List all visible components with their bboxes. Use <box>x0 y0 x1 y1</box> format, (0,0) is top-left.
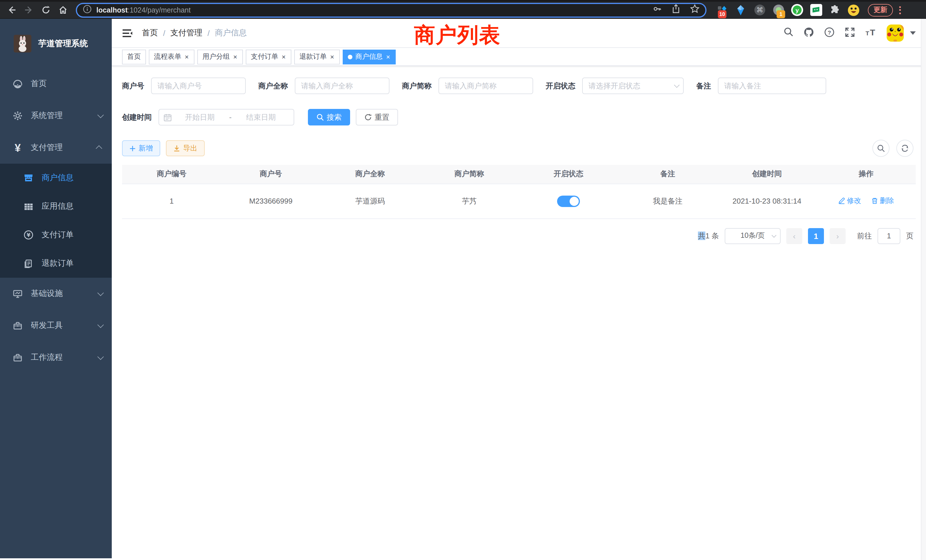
user-dropdown-caret-icon[interactable] <box>910 31 916 35</box>
extension-chat-icon[interactable] <box>809 4 822 16</box>
cell-create-time: 2021-10-23 08:31:14 <box>717 184 817 218</box>
tab-merchant-info[interactable]: 商户信息× <box>343 49 396 64</box>
reload-icon[interactable] <box>41 5 51 15</box>
create-time-range-picker[interactable]: 开始日期 - 结束日期 <box>159 109 294 126</box>
site-info-icon[interactable] <box>83 4 92 16</box>
tab-pay-order[interactable]: 支付订单× <box>246 49 291 64</box>
password-key-icon[interactable] <box>652 4 662 16</box>
user-avatar[interactable] <box>887 24 904 42</box>
close-icon[interactable]: × <box>281 53 286 61</box>
sidebar-item-merchant-info[interactable]: 商户信息 <box>0 163 112 192</box>
extension-collection-icon[interactable]: 10 <box>716 4 728 16</box>
font-size-icon[interactable]: TT <box>865 27 877 39</box>
bookmark-star-icon[interactable] <box>690 4 700 16</box>
col-short-name: 商户简称 <box>420 165 519 184</box>
close-icon[interactable]: × <box>184 53 189 61</box>
breadcrumb-home[interactable]: 首页 <box>142 28 158 38</box>
status-toggle[interactable] <box>557 195 580 207</box>
next-page-button[interactable]: › <box>830 228 846 244</box>
sidebar-item-home[interactable]: 首页 <box>0 68 112 100</box>
sidebar-item-app-info[interactable]: 应用信息 <box>0 192 112 221</box>
back-icon[interactable] <box>7 5 17 15</box>
tab-user-group[interactable]: 用户分组× <box>197 49 243 64</box>
toolbox-icon <box>12 353 23 363</box>
sidebar-item-label: 系统管理 <box>31 110 63 121</box>
goto-page-input[interactable] <box>878 228 900 244</box>
page-scrollbar[interactable] <box>921 19 926 560</box>
sidebar-item-pay-order[interactable]: ¥ 支付订单 <box>0 221 112 249</box>
sidebar-item-infra[interactable]: 基础设施 <box>0 278 112 310</box>
breadcrumb-payment[interactable]: 支付管理 <box>171 28 203 38</box>
svg-text:¥: ¥ <box>27 232 30 238</box>
toggle-search-button[interactable] <box>872 140 890 157</box>
fullscreen-icon[interactable] <box>844 27 855 39</box>
extension-recorder-icon[interactable]: 1 <box>772 4 785 16</box>
breadcrumb: 首页 / 支付管理 / 商户信息 <box>142 28 247 38</box>
page-size-select[interactable]: 10条/页 <box>725 228 781 244</box>
cell-merchant-id: 1 <box>122 184 221 218</box>
extensions-puzzle-icon[interactable] <box>829 4 841 16</box>
sidebar-item-label: 退款订单 <box>42 258 74 269</box>
extension-command-icon[interactable]: ⌘ <box>753 4 766 16</box>
cell-full-name: 芋道源码 <box>321 184 420 218</box>
extension-gem-icon[interactable] <box>734 4 747 16</box>
sidebar-item-dev-tools[interactable]: 研发工具 <box>0 310 112 342</box>
status-select[interactable]: 请选择开启状态 <box>582 77 684 94</box>
browser-menu-icon[interactable] <box>898 5 902 15</box>
sidebar-item-label: 支付管理 <box>31 142 63 153</box>
sidebar-item-refund-order[interactable]: 退款订单 <box>0 249 112 278</box>
sidebar-item-payment[interactable]: ¥ 支付管理 <box>0 132 112 163</box>
chevron-down-icon <box>97 354 104 360</box>
monitor-chart-icon <box>12 289 23 299</box>
chevron-up-icon <box>96 145 102 152</box>
tab-refund-order[interactable]: 退款订单× <box>294 49 340 64</box>
sidebar-collapse-icon[interactable] <box>122 28 133 38</box>
browser-update-button[interactable]: 更新 <box>868 4 893 16</box>
header-search-icon[interactable] <box>784 27 794 39</box>
help-icon[interactable]: ? <box>824 27 835 39</box>
svg-text:T: T <box>865 30 869 36</box>
add-button[interactable]: 新增 <box>122 140 160 156</box>
url-bar[interactable]: localhost:1024/pay/merchant <box>76 3 707 17</box>
reset-button[interactable]: 重置 <box>356 109 398 126</box>
sidebar: 芋道管理系统 首页 系统管理 ¥ 支付管理 商户信息 <box>0 19 112 558</box>
sidebar-item-system[interactable]: 系统管理 <box>0 100 112 132</box>
screen: localhost:1024/pay/merchant 10 ⌘ 1 y 更 <box>0 0 926 560</box>
url-text[interactable]: localhost:1024/pay/merchant <box>96 6 648 14</box>
page-number-1[interactable]: 1 <box>808 228 824 244</box>
sidebar-item-workflow[interactable]: 工作流程 <box>0 342 112 374</box>
merchant-no-input[interactable] <box>151 77 246 94</box>
chevron-down-icon <box>772 233 776 238</box>
forward-icon[interactable] <box>24 5 34 15</box>
remark-input[interactable] <box>718 77 826 94</box>
edit-link[interactable]: 修改 <box>838 196 861 206</box>
tab-home[interactable]: 首页 <box>122 49 146 64</box>
close-icon[interactable]: × <box>386 53 390 61</box>
end-date-placeholder: 结束日期 <box>233 112 289 122</box>
chevron-down-icon <box>97 112 104 118</box>
sidebar-logo[interactable]: 芋道管理系统 <box>0 19 112 68</box>
prev-page-button[interactable]: ‹ <box>786 228 802 244</box>
col-actions: 操作 <box>817 165 916 184</box>
sidebar-item-label: 研发工具 <box>31 321 63 331</box>
refresh-table-button[interactable] <box>896 140 914 157</box>
col-merchant-no: 商户号 <box>221 165 321 184</box>
col-full-name: 商户全称 <box>321 165 420 184</box>
delete-link[interactable]: 删除 <box>871 196 894 206</box>
tab-process-form[interactable]: 流程表单× <box>149 49 194 64</box>
share-icon[interactable] <box>671 4 681 16</box>
search-button[interactable]: 搜索 <box>308 109 350 126</box>
browser-nav <box>7 5 68 15</box>
full-name-input[interactable] <box>295 77 389 94</box>
extension-emoji-icon[interactable] <box>847 4 860 16</box>
export-button[interactable]: 导出 <box>166 140 205 156</box>
extension-yudao-icon[interactable]: y <box>791 4 803 16</box>
table-row: 1 M233666999 芋道源码 芋艿 我是备注 2021-10-23 08:… <box>122 184 916 218</box>
short-name-input[interactable] <box>439 77 533 94</box>
close-icon[interactable]: × <box>233 53 238 61</box>
sidebar-item-label: 支付订单 <box>42 230 74 240</box>
grid-icon <box>23 201 34 212</box>
github-icon[interactable] <box>803 27 814 39</box>
close-icon[interactable]: × <box>330 53 335 61</box>
home-icon[interactable] <box>58 5 68 15</box>
